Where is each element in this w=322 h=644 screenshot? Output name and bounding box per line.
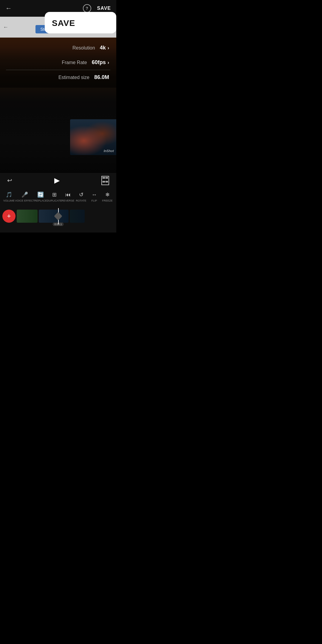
estimated-size-row: Estimated size 86.0M [0,70,116,85]
thumbnail-clip: InShot [70,119,116,155]
flip-icon: ↔ [92,192,97,198]
tool-volume[interactable]: 🎵VOLUME [2,191,16,202]
tool-rotate[interactable]: ↺ROTATE [75,191,88,202]
play-button[interactable]: ▶ [54,176,60,185]
tool-duplicate[interactable]: ⊞DUPLICATE [47,191,61,202]
save-top-button[interactable]: SAVE [97,6,111,11]
bottom-controls: ↩ ▶ 🎵VOLUME🎤VOICE EFFECT🔄REPLACE⊞DUPLICA… [0,173,116,233]
scrubber[interactable] [54,212,62,220]
framerate-label: Frame Rate [62,60,87,65]
timeline-clip-3[interactable] [70,210,85,223]
tool-flip[interactable]: ↔FLIP [88,192,101,202]
timeline-clip-1[interactable] [17,210,38,223]
add-clip-button[interactable]: + [2,210,16,223]
svg-rect-3 [106,181,108,182]
top-bar-right: ? SAVE [83,4,111,13]
resolution-chevron: › [108,45,109,51]
tool-freeze[interactable]: ❄FREEZE [101,191,114,202]
duplicate-label: DUPLICATE [47,199,62,202]
reverse-icon: ⏮ [65,192,71,198]
rotate-icon: ↺ [79,191,83,198]
volume-label: VOLUME [3,199,15,202]
volume-icon: 🎵 [6,191,12,198]
framerate-row: Frame Rate 60fps › [0,55,116,70]
svg-rect-2 [103,181,105,182]
reverse-label: REVERSE [61,199,74,202]
save-panel-title: SAVE [52,18,75,28]
fullscreen-button[interactable] [101,176,109,185]
playback-row: ↩ ▶ [0,173,116,188]
replace-label: REPLACE [34,199,47,202]
estimated-size-label: Estimated size [58,75,89,80]
flip-label: FLIP [91,199,97,202]
timeline-clip-2[interactable] [39,210,69,223]
help-button[interactable]: ? [83,4,91,13]
back-button[interactable]: ← [5,4,12,12]
top-bar-left: ← [5,4,12,12]
timeline-row: + 0:00.1 [0,206,116,227]
resolution-row: Resolution 4k › [0,41,116,55]
save-panel: SAVE [45,12,116,33]
ad-back-arrow: ← [3,24,8,30]
svg-rect-1 [106,177,108,178]
tool-reverse[interactable]: ⏮REVERSE [61,192,75,202]
tool-replace[interactable]: 🔄REPLACE [34,191,47,202]
settings-area: Resolution 4k › Frame Rate 60fps › Estim… [0,38,116,88]
rotate-label: ROTATE [76,199,86,202]
voice effect-icon: 🎤 [21,191,28,198]
resolution-label: Resolution [72,45,95,51]
svg-rect-0 [103,177,105,178]
freeze-label: FREEZE [102,199,113,202]
voice effect-label: VOICE EFFECT [15,199,35,202]
estimated-size-value: 86.0M [94,74,109,80]
resolution-value[interactable]: 4k › [100,45,109,51]
tool-voice-effect[interactable]: 🎤VOICE EFFECT [16,191,34,202]
framerate-value[interactable]: 60fps › [92,59,109,66]
tools-row: 🎵VOLUME🎤VOICE EFFECT🔄REPLACE⊞DUPLICATE⏮R… [0,188,116,206]
freeze-icon: ❄ [105,191,110,198]
framerate-chevron: › [108,60,109,65]
inshot-watermark: InShot [104,149,114,153]
duplicate-icon: ⊞ [52,191,57,198]
replace-icon: 🔄 [37,191,44,198]
undo-button[interactable]: ↩ [7,177,12,184]
